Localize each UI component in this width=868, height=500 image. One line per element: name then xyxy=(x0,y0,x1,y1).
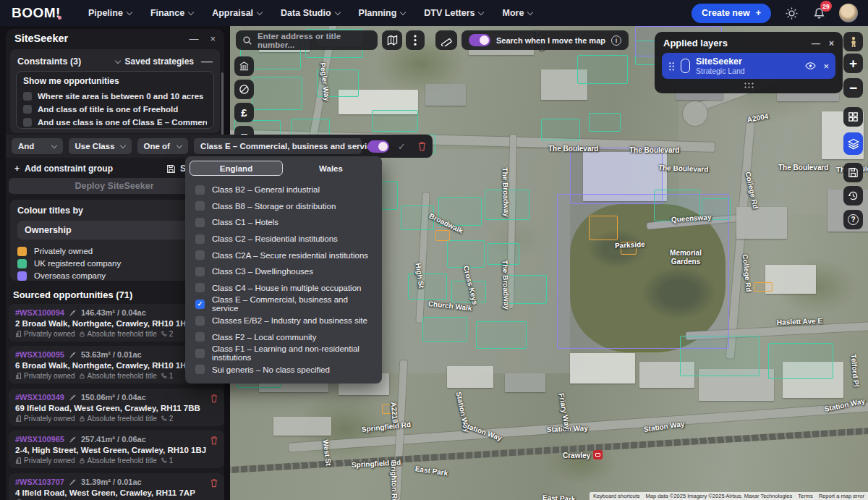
title-parcel[interactable] xyxy=(435,230,450,241)
title-parcel[interactable] xyxy=(570,148,663,204)
option-checkbox[interactable]: ✓ xyxy=(195,201,205,211)
delete-constraint-icon[interactable] xyxy=(417,141,427,151)
use-class-option[interactable]: ✓Classes E/B2 – Industry and business si… xyxy=(185,313,382,329)
title-parcel[interactable] xyxy=(541,119,580,140)
panel-drag-handle[interactable] xyxy=(744,82,754,89)
save-view-button[interactable] xyxy=(843,163,863,182)
rule-checkbox[interactable] xyxy=(23,118,32,127)
title-parcel[interactable] xyxy=(577,55,628,84)
option-checkbox[interactable]: ✓ xyxy=(195,332,205,342)
eye-visibility-icon[interactable] xyxy=(805,62,816,70)
operator-select[interactable]: And xyxy=(12,138,63,154)
use-class-option[interactable]: ✓Class C2A – Secure residential institut… xyxy=(185,247,382,263)
title-parcel[interactable] xyxy=(447,240,485,268)
option-checkbox[interactable]: ✓ xyxy=(195,185,205,195)
opportunity-card[interactable]: #WSX100965 257.41m² / 0.06ac 2-4, High S… xyxy=(9,431,224,468)
add-constraint-group-button[interactable]: +Add constraint group xyxy=(10,164,113,174)
panel-scrollbar[interactable] xyxy=(221,72,224,137)
close-icon[interactable]: × xyxy=(210,33,216,44)
rule-checkbox[interactable] xyxy=(23,105,32,114)
region-tab[interactable]: England xyxy=(190,161,283,176)
boom-logo[interactable]: BOOM! xyxy=(12,5,61,21)
nav-item[interactable]: DTV Letters xyxy=(424,8,483,18)
use-class-option[interactable]: ✓Class C1 – Hotels xyxy=(185,214,382,231)
terms-link[interactable]: Terms xyxy=(798,493,812,499)
minimize-icon[interactable]: — xyxy=(812,38,820,48)
collapse-icon[interactable]: — xyxy=(201,55,213,68)
option-checkbox[interactable]: ✓ xyxy=(195,267,205,276)
report-error-link[interactable]: Report a map error xyxy=(819,493,864,499)
constraint-toggle[interactable] xyxy=(367,140,389,153)
more-options-kebab-button[interactable] xyxy=(406,30,425,50)
pound-pricing-tool[interactable]: £ xyxy=(234,103,254,122)
nav-item[interactable]: Data Studio xyxy=(281,8,339,18)
option-checkbox[interactable]: ✓ xyxy=(195,316,205,326)
option-checkbox[interactable]: ✓ xyxy=(195,365,205,374)
saved-strategies-button[interactable]: Saved strategies xyxy=(116,56,194,67)
zoom-out-button[interactable]: − xyxy=(843,78,863,98)
theme-brightness-icon[interactable] xyxy=(784,6,799,20)
delete-opportunity-icon[interactable] xyxy=(210,478,218,488)
opportunity-id[interactable]: #WSX100349 xyxy=(15,393,64,402)
field-select[interactable]: Use Class xyxy=(69,138,132,154)
nav-item[interactable]: More xyxy=(502,8,532,18)
opportunity-id[interactable]: #WSX100094 xyxy=(15,308,64,317)
grid-tiles-button[interactable] xyxy=(843,107,863,127)
title-parcel[interactable] xyxy=(506,275,547,304)
help-button[interactable]: ? xyxy=(843,210,863,229)
use-class-option[interactable]: ✓Class F1 – Learning and non-residential… xyxy=(185,345,382,362)
minimize-icon[interactable]: — xyxy=(189,33,198,44)
colour-by-select[interactable]: Ownership xyxy=(17,221,213,240)
exclusion-tool[interactable] xyxy=(234,80,254,99)
option-checkbox[interactable]: ✓ xyxy=(195,300,205,309)
user-avatar[interactable] xyxy=(839,4,858,22)
condition-select[interactable]: One of xyxy=(137,138,189,154)
measure-ruler-button[interactable] xyxy=(435,30,457,50)
layers-button-active[interactable] xyxy=(843,132,863,155)
opportunity-id[interactable]: #WSX100095 xyxy=(15,350,64,359)
keyboard-shortcuts-link[interactable]: Keyboard shortcuts xyxy=(593,493,640,499)
nav-item[interactable]: Finance xyxy=(150,8,193,18)
title-parcel[interactable] xyxy=(422,317,467,342)
close-icon[interactable]: × xyxy=(829,38,834,48)
rule-checkbox[interactable] xyxy=(23,92,32,101)
nav-item[interactable]: Pipeline xyxy=(88,8,132,18)
option-checkbox[interactable]: ✓ xyxy=(195,283,205,292)
title-parcel[interactable] xyxy=(589,113,621,132)
option-checkbox[interactable]: ✓ xyxy=(195,234,205,244)
use-class-option[interactable]: ✓Sui generis – No class specified xyxy=(185,362,382,378)
option-checkbox[interactable]: ✓ xyxy=(195,250,205,260)
use-class-option[interactable]: ✓Class C3 – Dwellinghouses xyxy=(185,263,382,280)
confirm-check-icon[interactable]: ✓ xyxy=(398,141,406,152)
use-class-option[interactable]: ✓Class B2 – General industrial xyxy=(185,182,382,198)
opportunity-card[interactable]: #WSX100349 150.06m² / 0.04ac 69 Ifield R… xyxy=(9,389,224,426)
nav-item[interactable]: Appraisal xyxy=(212,8,262,18)
title-parcel[interactable] xyxy=(372,110,418,132)
title-parcel[interactable] xyxy=(768,343,833,379)
title-parcel[interactable] xyxy=(408,274,447,300)
pegman-streetview-button[interactable] xyxy=(843,32,863,51)
option-checkbox[interactable]: ✓ xyxy=(195,349,205,358)
use-class-option[interactable]: ✓Class B8 – Storage or distribution xyxy=(185,198,382,215)
delete-opportunity-icon[interactable] xyxy=(210,436,218,445)
layer-row-siteseeker[interactable]: SiteSeeker Strategic Land × xyxy=(662,53,835,79)
remove-layer-icon[interactable]: × xyxy=(823,61,829,72)
notifications-bell-icon[interactable]: 29 xyxy=(812,6,826,20)
map-style-button[interactable] xyxy=(382,30,402,50)
opportunity-id[interactable]: #WSX100965 xyxy=(15,435,64,444)
drag-handle-icon[interactable] xyxy=(668,62,675,71)
search-on-move-toggle[interactable] xyxy=(469,34,490,46)
region-tab[interactable]: Wales xyxy=(284,161,378,176)
create-new-button[interactable]: Create new+ xyxy=(692,4,771,23)
title-parcel[interactable] xyxy=(252,77,302,110)
use-class-value-select[interactable]: Class E – Commercial, business and servi… xyxy=(194,138,362,154)
title-parcel[interactable] xyxy=(589,216,618,240)
history-button[interactable] xyxy=(843,186,863,205)
use-class-option[interactable]: ✓Class C2 – Residential institutions xyxy=(185,231,382,247)
delete-opportunity-icon[interactable] xyxy=(210,394,218,403)
option-checkbox[interactable]: ✓ xyxy=(195,218,205,227)
use-class-option[interactable]: ✓Class E – Commercial, business and serv… xyxy=(185,296,382,313)
opportunity-card[interactable]: #WSX103707 31.39m² / 0.01ac 4 Ifield Roa… xyxy=(9,473,224,500)
info-icon[interactable]: i xyxy=(611,35,621,46)
map-search-bar[interactable]: Enter address or title number... xyxy=(236,30,378,50)
